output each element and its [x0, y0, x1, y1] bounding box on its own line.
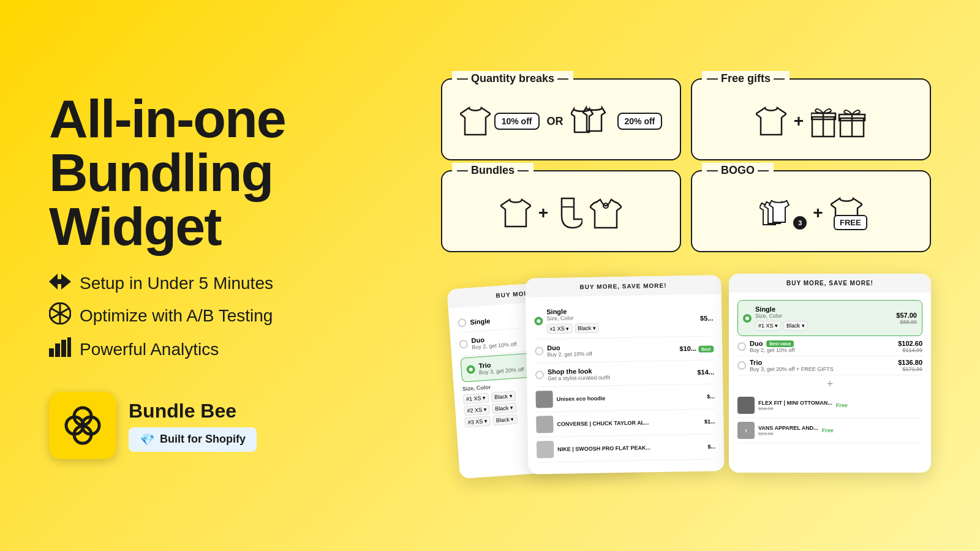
- product-name-converse: CONVERSE | CHUCK TAYLOR AL...: [557, 419, 701, 427]
- widget-body-mid: Single Size, Color x1 XS ▾ Black ▾ $5...: [526, 294, 725, 469]
- product-price-hoodie: $...: [707, 393, 715, 399]
- product-name-flexfit: FLEX FIT | MINI OTTOMAN...: [758, 400, 832, 406]
- feature-item-analytics: Powerful Analytics: [49, 337, 404, 361]
- ab-test-icon: [49, 302, 71, 329]
- product-thumb-flexfit: [737, 397, 755, 414]
- bogo-content: 3 + FREE: [706, 189, 916, 238]
- svg-rect-8: [67, 337, 71, 357]
- widget-header-front: BUY MORE, SAVE MORE!: [729, 274, 931, 293]
- single-sub-front: Size, Color: [755, 313, 808, 319]
- feature-item-setup: Setup in Under 5 Minutes: [49, 273, 404, 294]
- plus-separator-bogo: +: [813, 203, 823, 223]
- best-value-badge-front: Best value: [766, 340, 794, 347]
- widget-row-duo-mid: Duo Buy 2, get 10% off $10... Best: [535, 336, 714, 363]
- radio-shop-mid[interactable]: [535, 370, 544, 379]
- radio-single-back[interactable]: [458, 318, 467, 328]
- trio-current-price: $136.80: [898, 359, 922, 366]
- widget-screenshots: BUY MORE, SAVE MORE! Single $5...: [441, 271, 931, 473]
- product-thumb-converse: [536, 416, 553, 433]
- trio-name-front: Trio: [750, 359, 834, 366]
- color-black-front[interactable]: Black ▾: [783, 321, 808, 331]
- free-badge-bogo: FREE: [834, 215, 867, 230]
- svg-marker-0: [49, 274, 71, 290]
- bundles-content: +: [456, 189, 666, 238]
- quantity-breaks-icons: 10% off: [460, 105, 540, 137]
- radio-duo-back[interactable]: [459, 340, 468, 349]
- single-price-front: $57.00 $68.00: [896, 312, 917, 325]
- radio-trio-front[interactable]: [737, 361, 746, 370]
- widget-body-front: Single Size, Color #1 XS ▾ Black ▾ $57.0…: [729, 293, 931, 449]
- shopify-label: Built for Shopify: [160, 433, 246, 446]
- free-gifts-title: — Free gifts —: [702, 71, 790, 86]
- add-product-plus[interactable]: +: [737, 378, 922, 391]
- duo-price-front: $102.60 $114.00: [898, 340, 922, 353]
- feature-item-ab: Optimize with A/B Testing: [49, 302, 404, 329]
- product-row-converse: CONVERSE | CHUCK TAYLOR AL... $1...: [536, 409, 715, 437]
- hero-title: All-in-one Bundling Widget: [49, 92, 404, 253]
- color-black-mid[interactable]: Black ▾: [575, 323, 599, 334]
- widget-row-shop-mid: Shop the look Get a stylist-curated outf…: [535, 360, 715, 387]
- bogo-shirts-group: 3: [760, 194, 805, 232]
- product-thumb-hoodie: [535, 391, 552, 408]
- radio-trio-back[interactable]: [466, 365, 475, 374]
- single-price-mid: $5...: [700, 314, 714, 321]
- product-price-vans: Free: [822, 427, 834, 433]
- bundles-card: — Bundles — +: [441, 170, 681, 252]
- svg-rect-7: [61, 340, 66, 357]
- best-value-badge-mid: Best: [698, 345, 714, 352]
- plus-separator-bundles: +: [538, 203, 548, 223]
- size-select-3-back[interactable]: #3 XS ▾: [464, 416, 491, 427]
- size-select-2-back[interactable]: #2 XS ▾: [464, 404, 490, 416]
- single-name-back: Single: [470, 317, 491, 326]
- feature-list: Setup in Under 5 Minutes Optimize with A…: [49, 273, 404, 361]
- free-gifts-card: — Free gifts — +: [691, 78, 931, 160]
- size-select-1-back[interactable]: #1 XS ▾: [463, 393, 489, 405]
- product-thumb-nike: [537, 441, 554, 458]
- product-row-flexfit: FLEX FIT | MINI OTTOMAN... $34.00 Free: [737, 393, 922, 418]
- duo-price-mid: $10... Best: [679, 344, 714, 352]
- product-price-converse: $1...: [704, 418, 715, 424]
- bogo-card: — BOGO — 3 +: [691, 170, 931, 252]
- product-name-hoodie: Unisex eco hoodie: [557, 394, 704, 402]
- bogo-free-group: FREE: [831, 196, 862, 230]
- radio-duo-mid[interactable]: [535, 347, 543, 355]
- widget-row-single-mid: Single Size, Color x1 XS ▾ Black ▾ $5...: [534, 300, 714, 339]
- duo-original-price: $114.00: [898, 347, 922, 353]
- product-name-nike: NIKE | SWOOSH PRO FLAT PEAK...: [557, 444, 704, 452]
- product-price-flexfit: Free: [836, 402, 848, 408]
- analytics-icon: [49, 337, 71, 361]
- feature-setup-text: Setup in Under 5 Minutes: [80, 274, 273, 293]
- shopify-badge: 💎 Built for Shopify: [129, 427, 257, 452]
- trio-sub-front: Buy 3, get 20% off + FREE GIFTS: [750, 366, 834, 372]
- product-name-vans: VANS APPAREL AND...: [758, 425, 818, 431]
- radio-single-front[interactable]: [743, 314, 752, 323]
- widget-row-trio-front: Trio Buy 3, get 20% off + FREE GIFTS $13…: [737, 356, 922, 375]
- product-price-nike: $...: [707, 443, 715, 449]
- shop-sub-mid: Get a stylist-curated outfit: [548, 374, 610, 381]
- radio-duo-front[interactable]: [737, 342, 746, 351]
- shop-price-mid: $14...: [697, 368, 714, 375]
- brand-section: Bundle Bee 💎 Built for Shopify: [49, 392, 404, 459]
- product-original-vans: $23.00: [758, 431, 818, 437]
- right-panel: — Quantity breaks — 10% off OR: [441, 78, 931, 473]
- quantity-breaks-content: 10% off OR 20% off: [456, 97, 666, 146]
- radio-single-mid[interactable]: [534, 317, 543, 325]
- brand-name: Bundle Bee: [129, 400, 257, 422]
- single-original-price: $68.00: [896, 319, 917, 325]
- product-thumb-vans: t: [737, 422, 755, 439]
- quantity-breaks-title: — Quantity breaks —: [452, 71, 573, 86]
- setup-icon: [49, 273, 71, 294]
- duo-current-price: $102.60: [898, 340, 922, 347]
- single-sub-mid: Size, Color: [546, 315, 598, 321]
- duo-name-front: Duo: [750, 340, 763, 347]
- color-select-3-back[interactable]: Black ▾: [492, 414, 518, 425]
- single-size-mid: x1 XS ▾ Black ▾: [547, 323, 599, 334]
- product-original-flexfit: $34.00: [758, 406, 832, 411]
- color-select-1-back[interactable]: Black ▾: [491, 391, 516, 402]
- color-select-2-back[interactable]: Black ▾: [492, 402, 517, 414]
- shopify-gem-icon: 💎: [140, 432, 155, 447]
- size-xs-front[interactable]: #1 XS ▾: [755, 321, 781, 331]
- duo-sub-front: Buy 2, get 10% off: [750, 347, 794, 353]
- single-current-price: $57.00: [896, 312, 917, 319]
- size-xs-mid[interactable]: x1 XS ▾: [547, 323, 573, 334]
